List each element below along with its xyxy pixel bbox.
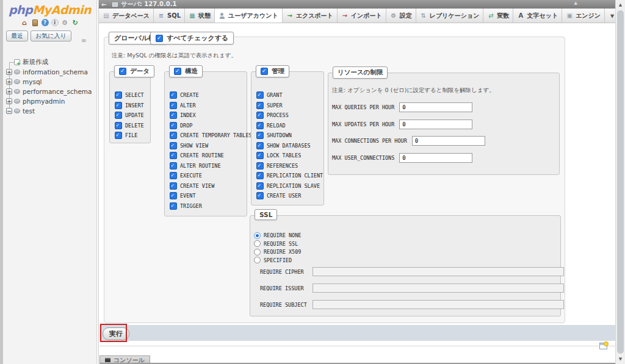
privilege-label: DROP	[180, 123, 192, 129]
tab-import[interactable]: インポート	[338, 9, 386, 23]
structure-privileges-group: 構造 CREATE ALTER INDEX DROP CREATE TEMPOR…	[164, 71, 247, 216]
panel-collapse-icon[interactable]: ∞	[81, 37, 87, 45]
privilege-checkbox[interactable]	[115, 91, 122, 99]
docs-icon[interactable]: i	[51, 19, 59, 26]
nav-tabbar: データベース SQL 状態 ユーザアカウント エクスポート インポート 設定 レ…	[99, 9, 615, 23]
tab-charsets[interactable]: 文字セット	[513, 9, 562, 23]
privilege-checkbox[interactable]	[115, 132, 122, 139]
privilege-checkbox[interactable]	[256, 192, 264, 199]
require-issuer-input[interactable]	[312, 284, 564, 293]
expand-plus-icon[interactable]	[6, 79, 12, 85]
privilege-checkbox[interactable]	[170, 102, 177, 109]
data-group-checkbox[interactable]	[119, 68, 126, 75]
sidebar-item-performance-schema[interactable]: performance_schema	[3, 87, 96, 96]
tab-replication[interactable]: レプリケーション	[416, 9, 484, 23]
privilege-row: DELETE	[115, 121, 150, 129]
legend-label: 構造	[185, 67, 198, 76]
require-subject-input[interactable]	[312, 300, 564, 309]
privilege-label: SHOW DATABASES	[267, 143, 311, 149]
sidebar-recent-button[interactable]: 最近	[6, 30, 28, 41]
privilege-checkbox[interactable]	[256, 142, 264, 149]
privilege-checkbox[interactable]	[170, 142, 177, 149]
privilege-checkbox[interactable]	[115, 122, 122, 129]
sidebar-item-phpmyadmin[interactable]: phpmyadmin	[3, 96, 96, 106]
privilege-row: EXECUTE	[170, 172, 247, 180]
specified-radio[interactable]	[254, 257, 261, 263]
phpmyadmin-logo[interactable]: phpMyAdmin	[3, 0, 96, 16]
privilege-checkbox[interactable]	[256, 91, 264, 99]
privilege-checkbox[interactable]	[256, 112, 264, 119]
refresh-icon[interactable]: ↻	[71, 19, 79, 27]
privilege-checkbox[interactable]	[256, 152, 264, 159]
require-none-radio[interactable]	[254, 232, 261, 239]
sidebar-item-test[interactable]: test	[3, 106, 96, 116]
help-icon[interactable]: ?	[42, 19, 49, 26]
tab-engines[interactable]: エンジン	[562, 9, 605, 23]
server-breadcrumb[interactable]: サーバ: 127.0.0.1	[121, 0, 176, 9]
admin-group-checkbox[interactable]	[261, 68, 268, 75]
tab-databases[interactable]: データベース	[99, 9, 154, 23]
privilege-checkbox[interactable]	[170, 162, 177, 170]
scroll-up-icon[interactable]: ▲	[616, 0, 625, 10]
privilege-checkbox[interactable]	[256, 132, 264, 139]
check-all-checkbox[interactable]	[156, 35, 163, 42]
sidebar-favorites-button[interactable]: お気に入り	[31, 30, 71, 41]
tab-status[interactable]: 状態	[185, 9, 215, 23]
require-x509-radio[interactable]	[254, 249, 261, 255]
sidebar-item-new-database[interactable]: 新規作成	[3, 57, 96, 67]
privilege-checkbox[interactable]	[170, 192, 177, 199]
back-icon[interactable]: ←	[101, 1, 106, 8]
privilege-checkbox[interactable]	[115, 102, 122, 109]
max-updates-input[interactable]	[399, 120, 472, 129]
privilege-checkbox[interactable]	[170, 91, 177, 99]
privilege-checkbox[interactable]	[170, 152, 177, 159]
require-cipher-input[interactable]	[312, 267, 564, 276]
settings-icon[interactable]: ⚙	[61, 19, 69, 27]
sidebar-item-information-schema[interactable]: information_schema	[3, 67, 96, 77]
check-all-label[interactable]: すべてチェックする	[167, 34, 228, 43]
tree-item-label: 新規作成	[23, 58, 48, 66]
data-group-legend: データ	[114, 65, 154, 77]
collapse-minus-icon[interactable]	[6, 108, 12, 114]
privilege-checkbox[interactable]	[256, 172, 264, 179]
privilege-checkbox[interactable]	[256, 182, 264, 190]
page-window-icon[interactable]	[599, 343, 607, 349]
privilege-checkbox[interactable]	[256, 102, 264, 109]
home-icon[interactable]: ⌂	[21, 19, 29, 27]
tab-label: 状態	[198, 12, 211, 20]
tab-label: エンジン	[576, 12, 601, 20]
max-user-connections-input[interactable]	[399, 153, 472, 163]
scroll-down-icon[interactable]: ▼	[616, 354, 625, 364]
privilege-checkbox[interactable]	[170, 202, 177, 210]
privilege-checkbox[interactable]	[115, 112, 122, 119]
tree-item-label: test	[23, 107, 35, 115]
tab-settings[interactable]: 設定	[386, 9, 416, 23]
require-ssl-radio[interactable]	[254, 240, 261, 247]
privilege-checkbox[interactable]	[256, 122, 264, 129]
privilege-checkbox[interactable]	[170, 182, 177, 190]
logout-icon[interactable]	[31, 19, 39, 27]
max-connections-input[interactable]	[412, 136, 485, 146]
radio-label: REQUIRE X509	[264, 249, 301, 255]
expand-plus-icon[interactable]	[6, 88, 12, 95]
privilege-checkbox[interactable]	[256, 162, 264, 170]
scrollbar-thumb[interactable]	[617, 10, 624, 354]
expand-plus-icon[interactable]	[6, 69, 12, 75]
max-queries-input[interactable]	[399, 102, 472, 112]
privilege-checkbox[interactable]	[170, 132, 177, 139]
privilege-checkbox[interactable]	[170, 112, 177, 119]
collapse-up-icon[interactable]: ▲	[574, 1, 577, 5]
privilege-checkbox[interactable]	[170, 122, 177, 129]
privilege-checkbox[interactable]	[170, 172, 177, 179]
tab-variables[interactable]: 変数	[483, 9, 513, 23]
ssl-option-row: REQUIRE X509	[254, 249, 560, 255]
tab-user-accounts[interactable]: ユーザアカウント	[215, 9, 283, 23]
scrollbar[interactable]: ▲ ▼	[615, 0, 625, 364]
legend-label: リソースの制限	[338, 68, 383, 77]
tab-export[interactable]: エクスポート	[283, 9, 338, 23]
structure-group-checkbox[interactable]	[174, 68, 181, 75]
tab-sql[interactable]: SQL	[154, 9, 185, 23]
privilege-label: EVENT	[180, 193, 196, 199]
expand-plus-icon[interactable]	[6, 98, 12, 104]
sidebar-item-mysql[interactable]: mysql	[3, 77, 96, 87]
